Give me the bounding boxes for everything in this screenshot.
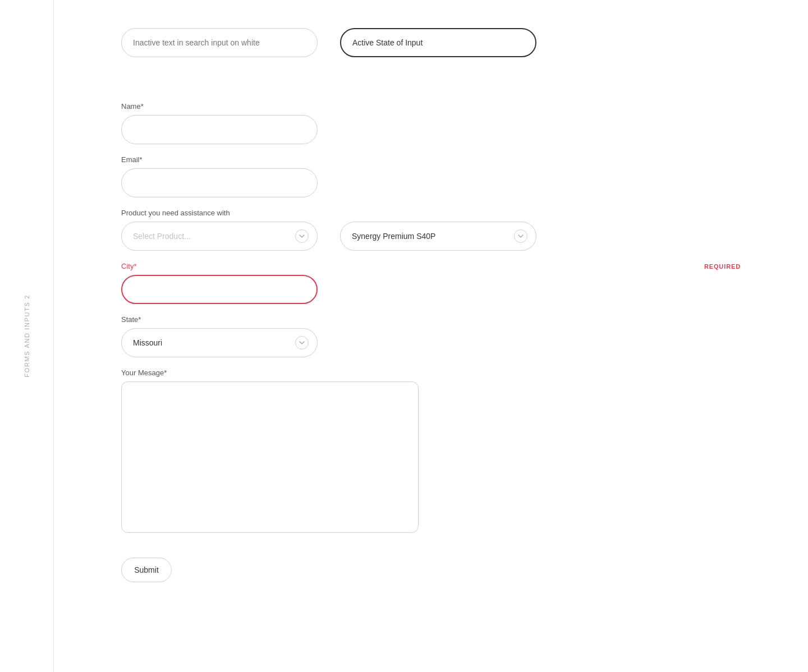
state-label: State*: [121, 315, 741, 324]
city-field-group: City* REQUIRED: [121, 262, 741, 304]
city-label: City*: [121, 262, 136, 270]
city-label-row: City* REQUIRED: [121, 262, 741, 270]
name-field-group: Name*: [121, 102, 741, 144]
product-label: Product you need assistance with: [121, 209, 741, 217]
state-field-group: State* Missouri: [121, 315, 741, 357]
state-select-wrapper: Missouri: [121, 328, 318, 357]
name-input[interactable]: [121, 115, 318, 144]
email-field-group: Email*: [121, 155, 741, 197]
product-selected-select[interactable]: Synergy Premium S40P: [340, 222, 536, 251]
required-badge: REQUIRED: [704, 263, 741, 270]
active-search-input[interactable]: [340, 28, 536, 57]
email-label: Email*: [121, 155, 741, 164]
name-label: Name*: [121, 102, 741, 111]
sidebar-label: Forms and Inputs 2: [24, 294, 30, 378]
product-select-wrapper: Select Product...: [121, 222, 318, 251]
product-row: Select Product... Synergy Premium S40P: [121, 222, 741, 251]
message-textarea[interactable]: [121, 381, 419, 533]
email-input[interactable]: [121, 168, 318, 197]
form-section: Name* Email* Product you need assistance…: [121, 102, 741, 582]
sidebar: Forms and Inputs 2: [0, 0, 54, 672]
message-label: Your Mesage*: [121, 369, 741, 377]
product-select[interactable]: Select Product...: [121, 222, 318, 251]
product-field-group: Product you need assistance with Select …: [121, 209, 741, 251]
top-row: [121, 28, 741, 57]
main-content: Name* Email* Product you need assistance…: [54, 0, 808, 672]
inactive-search-input[interactable]: [121, 28, 318, 57]
city-input[interactable]: [121, 275, 318, 304]
product-selected-wrapper: Synergy Premium S40P: [340, 222, 536, 251]
message-field-group: Your Mesage*: [121, 369, 741, 535]
submit-button[interactable]: Submit: [121, 558, 172, 582]
state-select[interactable]: Missouri: [121, 328, 318, 357]
